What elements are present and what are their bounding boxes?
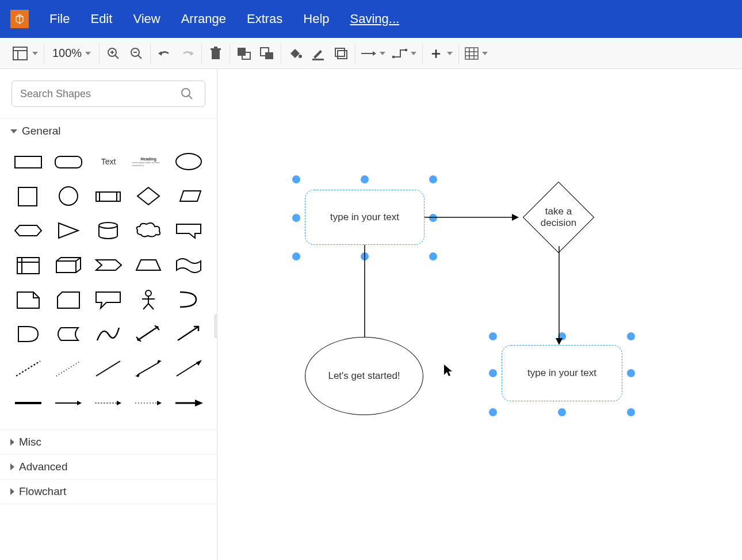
app-logo[interactable] <box>10 10 29 28</box>
selection-handle[interactable] <box>292 214 300 222</box>
selection-handle[interactable] <box>558 408 566 416</box>
menu-view[interactable]: View <box>133 11 160 26</box>
selection-handle[interactable] <box>489 408 497 416</box>
shape-internal-storage[interactable] <box>12 252 45 278</box>
selection-handle[interactable] <box>627 332 635 340</box>
shape-callout[interactable] <box>92 287 125 312</box>
zoom-in-button[interactable] <box>105 43 121 64</box>
undo-button[interactable] <box>156 43 173 64</box>
shape-hexagon[interactable] <box>12 218 45 243</box>
shape-text[interactable]: Text <box>92 149 125 174</box>
shape-cloud[interactable] <box>132 218 165 243</box>
svg-line-51 <box>137 362 159 375</box>
category-general[interactable]: General <box>0 118 217 143</box>
status-saving[interactable]: Saving... <box>350 11 400 26</box>
shadow-button[interactable] <box>333 43 349 64</box>
shape-bidirectional-connector[interactable] <box>132 356 165 381</box>
shape-step[interactable] <box>92 252 125 278</box>
shape-actor[interactable] <box>132 287 165 312</box>
selection-handle[interactable] <box>627 408 635 416</box>
canvas-node-rounded-rect-2[interactable]: type in your text <box>502 345 622 401</box>
shape-rounded-rectangle[interactable] <box>52 149 85 174</box>
shape-link-arrow2[interactable] <box>92 390 125 416</box>
shape-and[interactable] <box>12 321 45 347</box>
svg-rect-34 <box>18 187 37 206</box>
shape-link-simple[interactable] <box>12 390 45 416</box>
shape-trapezoid[interactable] <box>132 252 165 278</box>
canvas-node-ellipse[interactable]: Let's get started! <box>305 337 423 415</box>
selection-handle[interactable] <box>429 175 437 183</box>
shape-diamond[interactable] <box>132 183 165 209</box>
selection-handle[interactable] <box>292 252 300 260</box>
shape-cube[interactable] <box>52 252 85 278</box>
chevron-down-icon <box>380 52 385 55</box>
shape-process[interactable] <box>92 183 125 209</box>
selection-handle[interactable] <box>489 369 497 377</box>
shape-data-storage[interactable] <box>52 321 85 347</box>
chevron-down-icon <box>85 52 91 55</box>
shape-triangle[interactable] <box>52 218 85 243</box>
menu-arrange[interactable]: Arrange <box>181 11 226 26</box>
shape-link-arrow3[interactable] <box>132 390 165 416</box>
shape-link-arrow4[interactable] <box>172 390 205 416</box>
shape-circle[interactable] <box>52 183 85 209</box>
line-color-button[interactable] <box>310 43 326 64</box>
canvas[interactable]: type in your text take a decision Let's … <box>217 69 742 560</box>
selection-handle[interactable] <box>361 252 369 260</box>
panels-button[interactable] <box>13 43 38 64</box>
fill-color-button[interactable] <box>287 43 303 64</box>
shape-tape[interactable] <box>172 252 205 278</box>
shape-ellipse[interactable] <box>172 149 205 174</box>
waypoints-dropdown[interactable] <box>392 43 416 64</box>
connection-dropdown[interactable] <box>361 43 385 64</box>
selection-handle[interactable] <box>558 332 566 340</box>
to-front-button[interactable] <box>236 43 252 64</box>
category-flowchart[interactable]: Flowchart <box>0 479 217 504</box>
insert-dropdown[interactable]: ＋ <box>429 43 453 64</box>
zoom-dropdown[interactable]: 100% <box>50 47 93 60</box>
menu-help[interactable]: Help <box>303 11 329 26</box>
shape-link-arrow1[interactable] <box>52 390 85 416</box>
svg-rect-20 <box>338 51 347 59</box>
chevron-right-icon <box>10 463 14 470</box>
shape-card[interactable] <box>52 287 85 312</box>
selection-handle[interactable] <box>292 175 300 183</box>
menu-edit[interactable]: Edit <box>90 11 112 26</box>
selection-handle[interactable] <box>429 252 437 260</box>
chevron-down-icon <box>32 52 38 55</box>
shape-parallelogram[interactable] <box>172 183 205 209</box>
delete-button[interactable] <box>208 43 224 64</box>
shape-bidirectional-arrow[interactable] <box>132 321 165 347</box>
shape-cylinder[interactable] <box>92 218 125 243</box>
selection-handle[interactable] <box>489 332 497 340</box>
shape-or[interactable] <box>172 287 205 312</box>
shape-directional-connector[interactable] <box>172 356 205 381</box>
table-dropdown[interactable] <box>465 43 488 64</box>
redo-button[interactable] <box>179 43 196 64</box>
menu-extras[interactable]: Extras <box>247 11 282 26</box>
shape-callout-rect[interactable] <box>172 218 205 243</box>
svg-rect-19 <box>335 48 345 56</box>
shape-curve[interactable] <box>92 321 125 347</box>
zoom-out-button[interactable] <box>128 43 144 64</box>
shape-textbox[interactable]: HeadingLorem ipsum dolor sit amet consec… <box>132 149 165 174</box>
shape-dashed-line[interactable] <box>12 356 45 381</box>
shape-arrow[interactable] <box>172 321 205 347</box>
shape-dotted-line[interactable] <box>52 356 85 381</box>
to-back-button[interactable] <box>259 43 275 64</box>
canvas-node-rounded-rect-1[interactable]: type in your text <box>305 190 424 245</box>
svg-rect-12 <box>214 47 217 48</box>
shape-square[interactable] <box>12 183 45 209</box>
selection-handle[interactable] <box>429 214 437 222</box>
category-advanced[interactable]: Advanced <box>0 454 217 479</box>
menu-file[interactable]: File <box>49 11 70 26</box>
category-misc[interactable]: Misc <box>0 429 217 454</box>
shape-note[interactable] <box>12 287 45 312</box>
shape-line[interactable] <box>92 356 125 381</box>
shape-rectangle[interactable] <box>12 149 45 174</box>
selection-handle[interactable] <box>361 175 369 183</box>
selection-handle[interactable] <box>627 369 635 377</box>
canvas-node-diamond[interactable]: take a decision <box>519 189 598 246</box>
search-shapes-input[interactable] <box>12 80 205 107</box>
svg-rect-18 <box>312 59 324 60</box>
